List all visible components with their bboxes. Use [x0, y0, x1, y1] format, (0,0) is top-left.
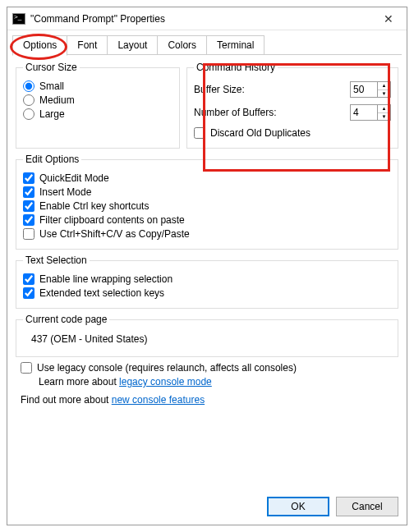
cursor-large-radio[interactable]: [23, 108, 34, 120]
button-bar: OK Cancel: [267, 497, 398, 516]
cursor-large-label: Large: [39, 108, 65, 120]
quickedit-label: QuickEdit Mode: [39, 172, 109, 184]
findout-prefix: Find out more about: [21, 394, 112, 406]
tabstrip: Options Font Layout Colors Terminal: [7, 30, 407, 55]
num-buffers-label: Number of Buffers:: [194, 107, 277, 118]
edit-options-group: Edit Options QuickEdit Mode Insert Mode …: [16, 154, 398, 250]
extended-row[interactable]: Extended text selection keys: [23, 287, 391, 299]
edit-options-legend: Edit Options: [23, 154, 81, 165]
dialog-window: "Command Prompt" Properties ✕ Options Fo…: [7, 7, 407, 525]
useshiftcv-row[interactable]: Use Ctrl+Shift+C/V as Copy/Paste: [23, 228, 391, 240]
filterclip-row[interactable]: Filter clipboard contents on paste: [23, 214, 391, 226]
codepage-legend: Current code page: [23, 314, 109, 325]
tab-colors[interactable]: Colors: [157, 35, 207, 55]
extended-checkbox[interactable]: [23, 287, 34, 299]
quickedit-checkbox[interactable]: [23, 172, 34, 184]
tab-terminal[interactable]: Terminal: [206, 35, 264, 55]
buffer-size-label: Buffer Size:: [194, 84, 245, 95]
cursor-small-row[interactable]: Small: [23, 80, 172, 92]
filterclip-checkbox[interactable]: [23, 214, 34, 226]
linewrap-checkbox[interactable]: [23, 273, 34, 285]
extended-label: Extended text selection keys: [39, 287, 164, 299]
buffer-size-spinner[interactable]: ▲ ▼: [350, 81, 391, 98]
window-title: "Command Prompt" Properties: [30, 13, 374, 25]
command-history-group: Command History Buffer Size: ▲ ▼ Number …: [186, 62, 398, 149]
discard-dupes-label: Discard Old Duplicates: [210, 127, 310, 139]
num-buffers-up-icon[interactable]: ▲: [378, 104, 390, 113]
close-button[interactable]: ✕: [374, 8, 403, 30]
legacy-row[interactable]: Use legacy console (requires relaunch, a…: [21, 362, 393, 374]
num-buffers-down-icon[interactable]: ▼: [378, 113, 390, 122]
num-buffers-input[interactable]: [351, 105, 377, 120]
legacy-learn-prefix: Learn more about: [39, 376, 119, 388]
titlebar: "Command Prompt" Properties ✕: [7, 7, 407, 30]
cursor-small-radio[interactable]: [23, 80, 34, 92]
cmd-icon: [12, 13, 25, 25]
linewrap-label: Enable line wrapping selection: [39, 273, 172, 285]
tab-font[interactable]: Font: [67, 35, 108, 55]
cursor-medium-radio[interactable]: [23, 94, 34, 106]
ctrlshort-label: Enable Ctrl key shortcuts: [39, 200, 149, 212]
command-history-legend: Command History: [194, 62, 278, 73]
buffer-size-down-icon[interactable]: ▼: [378, 90, 390, 99]
tab-layout[interactable]: Layout: [107, 35, 158, 55]
codepage-value: 437 (OEM - United States): [31, 333, 383, 345]
cursor-medium-label: Medium: [39, 94, 75, 106]
useshiftcv-checkbox[interactable]: [23, 228, 34, 240]
text-selection-legend: Text Selection: [23, 255, 90, 266]
insert-checkbox[interactable]: [23, 186, 34, 198]
buffer-size-up-icon[interactable]: ▲: [378, 81, 390, 90]
buffer-size-input[interactable]: [351, 82, 377, 97]
legacy-checkbox[interactable]: [21, 362, 32, 374]
num-buffers-spinner[interactable]: ▲ ▼: [350, 104, 391, 121]
findout-line: Find out more about new console features: [21, 394, 393, 406]
cursor-size-legend: Cursor Size: [23, 62, 80, 73]
useshiftcv-label: Use Ctrl+Shift+C/V as Copy/Paste: [39, 228, 190, 240]
cancel-button[interactable]: Cancel: [336, 497, 398, 516]
text-selection-group: Text Selection Enable line wrapping sele…: [16, 255, 398, 309]
ctrlshort-row[interactable]: Enable Ctrl key shortcuts: [23, 200, 391, 212]
quickedit-row[interactable]: QuickEdit Mode: [23, 172, 391, 184]
insert-row[interactable]: Insert Mode: [23, 186, 391, 198]
linewrap-row[interactable]: Enable line wrapping selection: [23, 273, 391, 285]
ok-button[interactable]: OK: [267, 497, 329, 516]
legacy-label: Use legacy console (requires relaunch, a…: [37, 362, 297, 374]
legacy-learn-link[interactable]: legacy console mode: [119, 376, 212, 388]
discard-dupes-row[interactable]: Discard Old Duplicates: [194, 127, 391, 139]
tab-options[interactable]: Options: [12, 35, 67, 56]
ctrlshort-checkbox[interactable]: [23, 200, 34, 212]
insert-label: Insert Mode: [39, 186, 91, 198]
legacy-learn-line: Learn more about legacy console mode: [39, 376, 393, 388]
tab-content: Cursor Size Small Medium Large Command H…: [7, 55, 407, 406]
cursor-large-row[interactable]: Large: [23, 108, 172, 120]
codepage-group: Current code page 437 (OEM - United Stat…: [16, 314, 398, 357]
cursor-size-group: Cursor Size Small Medium Large: [16, 62, 180, 149]
filterclip-label: Filter clipboard contents on paste: [39, 214, 185, 226]
discard-dupes-checkbox[interactable]: [194, 127, 205, 139]
findout-link[interactable]: new console features: [112, 394, 205, 406]
cursor-small-label: Small: [39, 80, 64, 92]
cursor-medium-row[interactable]: Medium: [23, 94, 172, 106]
